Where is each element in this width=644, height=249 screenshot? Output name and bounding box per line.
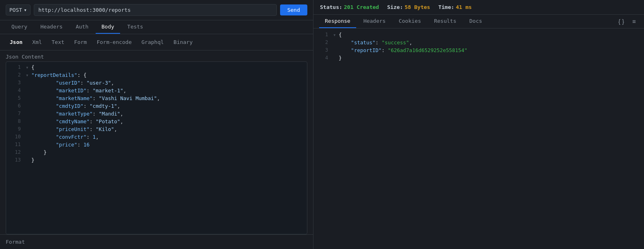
- body-tab-form[interactable]: Form: [70, 37, 91, 47]
- url-input[interactable]: [34, 4, 277, 16]
- status-value: 201 Created: [344, 4, 379, 10]
- size-label: Size:: [387, 4, 403, 10]
- resp-line-2: 2 "status": "success",: [313, 39, 644, 47]
- code-line-9: 9 "priceUnit": "Kilo",: [6, 126, 307, 134]
- status-item-code: Status: 201 Created: [320, 4, 379, 10]
- status-label: Status:: [320, 4, 342, 10]
- status-item-size: Size: 58 Bytes: [387, 4, 430, 10]
- code-line-12: 12 }: [6, 149, 307, 157]
- nav-tabs: Query Headers Auth Body Tests: [0, 20, 313, 34]
- code-line-4: 4 "marketID": "market-1",: [6, 87, 307, 95]
- resp-tab-docs[interactable]: Docs: [464, 15, 488, 28]
- time-label: Time:: [438, 4, 454, 10]
- send-button[interactable]: Send: [280, 4, 307, 15]
- status-item-time: Time: 41 ms: [438, 4, 472, 10]
- resp-line-3: 3 "reportID": "626ad7a16d6529252e558154": [313, 47, 644, 55]
- body-tab-json[interactable]: Json: [6, 37, 26, 47]
- json-content-label: Json Content: [0, 50, 313, 61]
- code-line-3: 3 "userID": "user-3",: [6, 80, 307, 87]
- code-line-6: 6 "cmdtyID": "cmdty-1",: [6, 103, 307, 111]
- resp-tab-cookies[interactable]: Cookies: [393, 15, 427, 28]
- body-type-tabs: Json Xml Text Form Form-encode Graphql B…: [0, 34, 313, 50]
- tab-tests[interactable]: Tests: [122, 20, 149, 34]
- status-bar: Status: 201 Created Size: 58 Bytes Time:…: [313, 0, 644, 15]
- resp-line-1: 1 ▾ {: [313, 32, 644, 39]
- body-tab-xml[interactable]: Xml: [28, 37, 46, 47]
- json-editor[interactable]: 1 ▾ { 2 ▾ "reportDetails": { 3 "userID":…: [6, 61, 307, 234]
- code-line-2: 2 ▾ "reportDetails": {: [6, 72, 307, 80]
- resp-tab-response[interactable]: Response: [319, 15, 356, 28]
- tab-auth[interactable]: Auth: [70, 20, 94, 34]
- right-panel: Status: 201 Created Size: 58 Bytes Time:…: [313, 0, 644, 249]
- code-line-11: 11 "price": 16: [6, 142, 307, 149]
- body-tab-form-encode[interactable]: Form-encode: [92, 37, 136, 47]
- tab-body[interactable]: Body: [96, 20, 120, 34]
- method-label: POST: [9, 7, 22, 13]
- code-line-10: 10 "convFctr": 1,: [6, 134, 307, 142]
- main-layout: POST ▾ Send Query Headers Auth Body Test…: [0, 0, 644, 249]
- resp-tab-results[interactable]: Results: [428, 15, 462, 28]
- tab-headers[interactable]: Headers: [35, 20, 68, 34]
- format-bar[interactable]: Format: [0, 234, 313, 249]
- code-line-7: 7 "marketType": "Mandi",: [6, 111, 307, 118]
- braces-icon-button[interactable]: { }: [616, 16, 626, 26]
- body-tab-binary[interactable]: Binary: [169, 37, 197, 47]
- method-arrow: ▾: [24, 7, 27, 13]
- resp-line-4: 4 }: [313, 55, 644, 63]
- response-tab-actions: { } ≡: [616, 16, 638, 26]
- resp-tab-headers[interactable]: Headers: [358, 15, 392, 28]
- url-bar: POST ▾ Send: [0, 0, 313, 20]
- code-line-1: 1 ▾ {: [6, 64, 307, 72]
- code-line-5: 5 "marketName": "Vashi Navi Mumbai",: [6, 95, 307, 103]
- code-line-8: 8 "cmdtyName": "Potato",: [6, 118, 307, 126]
- size-value: 58 Bytes: [405, 4, 430, 10]
- body-tab-graphql[interactable]: Graphql: [138, 37, 168, 47]
- left-panel: POST ▾ Send Query Headers Auth Body Test…: [0, 0, 313, 249]
- response-tabs: Response Headers Cookies Results Docs { …: [313, 15, 644, 28]
- body-tab-text[interactable]: Text: [48, 37, 68, 47]
- tab-query[interactable]: Query: [6, 20, 33, 34]
- method-select[interactable]: POST ▾: [6, 4, 31, 15]
- code-line-13: 13 }: [6, 157, 307, 165]
- response-body: 1 ▾ { 2 "status": "success", 3 "reportID…: [313, 28, 644, 249]
- time-value: 41 ms: [456, 4, 472, 10]
- menu-icon-button[interactable]: ≡: [630, 16, 638, 26]
